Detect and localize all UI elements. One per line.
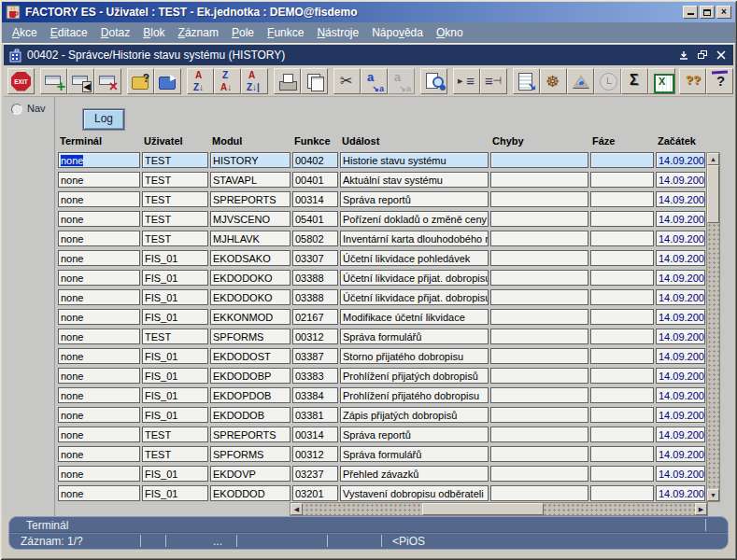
toolbar-preview-button[interactable]: [420, 68, 447, 94]
cell-terminal[interactable]: none: [58, 289, 140, 305]
cell-chyby[interactable]: [490, 172, 588, 188]
toolbar-edit-document-button[interactable]: [513, 68, 540, 94]
mdi-close-button[interactable]: [714, 49, 729, 62]
cell-zacatek[interactable]: 14.09.2005: [656, 329, 705, 344]
cell-uzivatel[interactable]: FIS_01: [142, 270, 208, 286]
toolbar-sort-desc-button[interactable]: [214, 68, 241, 94]
cell-faze[interactable]: [590, 407, 654, 423]
cell-funkce[interactable]: 00402: [292, 152, 338, 168]
cell-funkce[interactable]: 00312: [292, 329, 338, 344]
log-button[interactable]: Log: [83, 109, 124, 130]
cell-chyby[interactable]: [490, 407, 588, 423]
cell-modul[interactable]: EKODSAKO: [210, 250, 291, 266]
toolbar-delete-record-button[interactable]: [94, 68, 121, 94]
cell-zacatek[interactable]: 14.09.2005: [656, 427, 705, 442]
horizontal-scrollbar[interactable]: ◀ ▶: [290, 502, 708, 516]
cell-udalost[interactable]: Aktuální stav systému: [340, 172, 489, 188]
cell-zacatek[interactable]: 14.09.2005: [656, 191, 705, 207]
toolbar-new-record-button[interactable]: [40, 68, 67, 94]
cell-udalost[interactable]: Vystavení dobropisu odběrateli: [340, 485, 489, 501]
toolbar-print-all-button[interactable]: [301, 68, 328, 94]
cell-chyby[interactable]: [490, 446, 588, 462]
mdi-minimize-button[interactable]: [676, 49, 691, 62]
cell-zacatek[interactable]: 14.09.2005: [656, 231, 705, 246]
cell-funkce[interactable]: 00401: [292, 172, 338, 188]
cell-chyby[interactable]: [490, 427, 588, 442]
cell-modul[interactable]: EKODDOD: [210, 485, 291, 501]
cell-udalost[interactable]: Inventární karta dlouhodobého ma: [340, 231, 489, 246]
cell-faze[interactable]: [590, 309, 654, 325]
cell-terminal[interactable]: none: [58, 329, 140, 344]
close-button[interactable]: ×: [716, 6, 731, 19]
cell-uzivatel[interactable]: TEST: [142, 427, 208, 442]
cell-udalost[interactable]: Prohlížení přijatých dobropisů: [340, 368, 489, 384]
toolbar-view-button[interactable]: [567, 68, 594, 94]
cell-modul[interactable]: SPREPORTS: [210, 427, 291, 442]
cell-funkce[interactable]: 03388: [292, 270, 338, 286]
cell-terminal[interactable]: none: [58, 407, 140, 423]
cell-chyby[interactable]: [490, 348, 588, 364]
toolbar-execute-query-button[interactable]: [154, 68, 181, 94]
menu-item-okno[interactable]: Okno: [430, 24, 470, 41]
cell-funkce[interactable]: 00312: [292, 446, 338, 462]
cell-udalost[interactable]: Správa formulářů: [340, 329, 489, 344]
cell-zacatek[interactable]: 14.09.2005: [656, 250, 705, 266]
cell-uzivatel[interactable]: TEST: [142, 231, 208, 246]
cell-modul[interactable]: EKDODOKO: [210, 289, 291, 305]
toolbar-help-button[interactable]: [706, 68, 733, 94]
cell-chyby[interactable]: [490, 211, 588, 227]
cell-faze[interactable]: [590, 387, 654, 403]
vertical-scroll-track[interactable]: [707, 165, 719, 489]
cell-udalost[interactable]: Zápis přijatých dobropisů: [340, 407, 489, 423]
cell-zacatek[interactable]: 14.09.2005: [656, 407, 705, 423]
cell-terminal[interactable]: none: [58, 368, 140, 384]
cell-funkce[interactable]: 05401: [292, 211, 338, 227]
menu-item-editace[interactable]: Editace: [44, 24, 94, 41]
toolbar-copy-record-button[interactable]: [67, 68, 94, 94]
mdi-restore-button[interactable]: [695, 49, 710, 62]
menu-item-zaznam[interactable]: Záznam: [172, 24, 225, 41]
cell-terminal[interactable]: none: [58, 446, 140, 462]
cell-faze[interactable]: [590, 289, 654, 305]
cell-uzivatel[interactable]: TEST: [142, 191, 208, 207]
menu-item-blok[interactable]: Blok: [136, 24, 171, 41]
toolbar-cut-button[interactable]: [333, 68, 361, 94]
cell-modul[interactable]: EKKONMOD: [210, 309, 291, 325]
cell-modul[interactable]: EKDODOKO: [210, 270, 291, 286]
cell-modul[interactable]: EKDOPDOB: [210, 387, 291, 403]
cell-funkce[interactable]: 03307: [292, 250, 338, 266]
cell-modul[interactable]: EKDODOST: [210, 348, 291, 364]
vertical-scrollbar[interactable]: ▲ ▼: [706, 152, 720, 502]
cell-zacatek[interactable]: 14.09.2005: [656, 348, 705, 364]
cell-zacatek[interactable]: 14.09.2005: [656, 289, 705, 305]
cell-faze[interactable]: [590, 368, 654, 384]
cell-terminal[interactable]: none: [58, 427, 140, 442]
cell-udalost[interactable]: Správa reportů: [340, 427, 489, 442]
cell-chyby[interactable]: [490, 466, 588, 482]
cell-funkce[interactable]: 05802: [292, 231, 338, 246]
cell-uzivatel[interactable]: TEST: [142, 446, 208, 462]
scroll-left-arrow[interactable]: ◀: [291, 503, 303, 515]
cell-faze[interactable]: [590, 211, 654, 227]
cell-udalost[interactable]: Účetní likvidace pohledávek: [340, 250, 489, 266]
cell-udalost[interactable]: Pořízení dokladů o změně ceny: [340, 211, 489, 227]
toolbar-sort-asc-button[interactable]: [187, 68, 214, 94]
cell-terminal[interactable]: none: [58, 485, 140, 501]
minimize-button[interactable]: [683, 6, 698, 19]
cell-uzivatel[interactable]: FIS_01: [142, 407, 208, 423]
cell-zacatek[interactable]: 14.09.2005: [656, 368, 705, 384]
vertical-scroll-thumb[interactable]: [707, 165, 719, 223]
cell-zacatek[interactable]: 14.09.2005: [656, 270, 705, 286]
cell-terminal[interactable]: none: [58, 466, 140, 482]
horizontal-scroll-thumb[interactable]: [422, 503, 544, 515]
cell-uzivatel[interactable]: TEST: [142, 172, 208, 188]
cell-funkce[interactable]: 03381: [292, 407, 338, 423]
toolbar-paste-button[interactable]: [388, 68, 415, 94]
cell-chyby[interactable]: [490, 309, 588, 325]
toolbar-export-excel-button[interactable]: [648, 68, 675, 94]
cell-zacatek[interactable]: 14.09.2005: [656, 387, 705, 403]
horizontal-scroll-track[interactable]: [303, 503, 695, 515]
cell-udalost[interactable]: Přehled závazků: [340, 466, 489, 482]
cell-funkce[interactable]: 00314: [292, 427, 338, 442]
toolbar-show-hierarchy-button[interactable]: [480, 68, 507, 94]
